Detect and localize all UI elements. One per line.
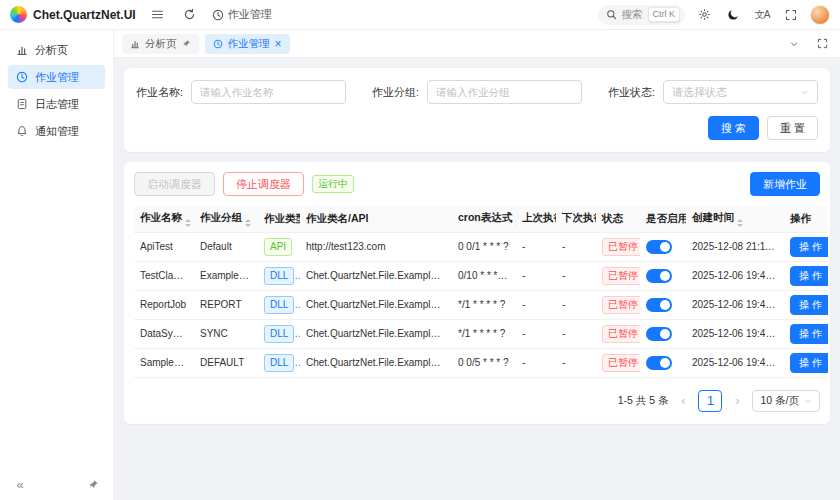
search-button[interactable]: 搜 索 bbox=[708, 116, 759, 140]
cell-class-api: Chet.QuartzNet.File.Example.Jobs.TestCla… bbox=[300, 261, 452, 290]
cell-job-group: DEFAULT bbox=[194, 348, 258, 377]
job-group-label: 作业分组: bbox=[372, 85, 419, 100]
clock-icon bbox=[213, 39, 223, 49]
chevron-down-icon bbox=[800, 88, 809, 97]
reset-button[interactable]: 重 置 bbox=[767, 116, 818, 140]
row-action-button[interactable]: 操 作 bbox=[790, 353, 828, 373]
global-search[interactable]: 搜索 Ctrl K bbox=[598, 5, 686, 25]
job-group-input[interactable] bbox=[427, 80, 582, 104]
refresh-icon[interactable] bbox=[180, 5, 200, 25]
cell-last-run: - bbox=[516, 290, 556, 319]
row-action-button[interactable]: 操 作 bbox=[790, 324, 828, 344]
col-header-status[interactable]: 状态 bbox=[596, 206, 640, 232]
col-header-job-name[interactable]: 作业名称 bbox=[134, 206, 194, 232]
cell-enabled bbox=[640, 290, 686, 319]
job-status-select[interactable]: 请选择状态 bbox=[663, 80, 818, 104]
chevron-down-icon[interactable] bbox=[784, 34, 804, 54]
job-type-tag: API bbox=[264, 238, 292, 256]
filter-job-name: 作业名称: bbox=[136, 80, 346, 104]
sidebar-item-notification-management[interactable]: 通知管理 bbox=[8, 119, 105, 143]
pin-sidebar-icon[interactable] bbox=[83, 474, 103, 494]
cell-created: 2025-12-06 19:45:03 bbox=[686, 348, 784, 377]
start-scheduler-button[interactable]: 启动调度器 bbox=[134, 172, 215, 196]
sidebar-item-analysis[interactable]: 分析页 bbox=[8, 38, 105, 62]
cell-status: 已暂停 bbox=[596, 290, 640, 319]
cell-job-type: DLL bbox=[258, 261, 300, 290]
cell-job-group: SYNC bbox=[194, 319, 258, 348]
table-toolbar: 启动调度器 停止调度器 运行中 新增作业 bbox=[134, 172, 820, 196]
col-header-class-api: 作业类名/API bbox=[300, 206, 452, 232]
cell-enabled bbox=[640, 261, 686, 290]
cell-job-type: DLL bbox=[258, 290, 300, 319]
cell-next-run: - bbox=[556, 232, 596, 261]
tab-job-management[interactable]: 作业管理 × bbox=[205, 34, 290, 54]
cell-job-type: DLL bbox=[258, 348, 300, 377]
enabled-toggle[interactable] bbox=[646, 298, 672, 312]
row-action-button[interactable]: 操 作 bbox=[790, 295, 828, 315]
user-avatar[interactable] bbox=[810, 5, 830, 25]
bar-chart-icon bbox=[16, 44, 28, 56]
cell-cron: 0/10 * * * * ? bbox=[452, 261, 516, 290]
next-page-button[interactable]: › bbox=[730, 390, 744, 412]
page-size-value: 10 条/页 bbox=[760, 394, 799, 408]
sidebar-item-job-management[interactable]: 作业管理 bbox=[8, 65, 105, 89]
job-status-label: 作业状态: bbox=[608, 85, 655, 100]
tab-analysis[interactable]: 分析页 bbox=[122, 34, 199, 54]
cell-created: 2025-12-06 19:45:03 bbox=[686, 290, 784, 319]
sidebar-item-log-management[interactable]: 日志管理 bbox=[8, 92, 105, 116]
table-row: ApiTest Default API http://test123.com 0… bbox=[134, 232, 828, 261]
close-icon[interactable]: × bbox=[275, 38, 282, 50]
chevron-down-icon bbox=[804, 397, 812, 405]
col-header-last-run[interactable]: 上次执行 bbox=[516, 206, 556, 232]
col-header-cron[interactable]: cron表达式 bbox=[452, 206, 516, 232]
page-size-select[interactable]: 10 条/页 bbox=[752, 390, 820, 412]
jobs-table-card: 启动调度器 停止调度器 运行中 新增作业 作业名称 作业分组 作业类型 bbox=[124, 162, 830, 424]
add-job-button[interactable]: 新增作业 bbox=[750, 172, 820, 196]
filter-job-status: 作业状态: 请选择状态 bbox=[608, 80, 818, 104]
col-header-action: 操作 bbox=[784, 206, 828, 232]
cell-action: 操 作 bbox=[784, 348, 828, 377]
collapse-sidebar-button[interactable]: « bbox=[10, 474, 30, 494]
col-header-label: 是否启用 bbox=[646, 212, 686, 224]
col-header-next-run[interactable]: 下次执行 bbox=[556, 206, 596, 232]
filter-job-group: 作业分组: bbox=[372, 80, 582, 104]
search-icon bbox=[606, 9, 617, 20]
hamburger-icon[interactable] bbox=[148, 5, 168, 25]
main-content: 作业名称: 作业分组: 作业状态: 请选择状态 bbox=[114, 58, 840, 500]
enabled-toggle[interactable] bbox=[646, 356, 672, 370]
sort-icon bbox=[515, 219, 516, 227]
app-title: Chet.QuartzNet.UI bbox=[33, 8, 136, 22]
cell-next-run: - bbox=[556, 348, 596, 377]
enabled-toggle[interactable] bbox=[646, 240, 672, 254]
tab-bar: 分析页 作业管理 × bbox=[114, 30, 840, 58]
cell-action: 操 作 bbox=[784, 319, 828, 348]
enabled-toggle[interactable] bbox=[646, 327, 672, 341]
top-bar: Chet.QuartzNet.UI 作业管理 搜索 Ctrl K bbox=[0, 0, 840, 30]
bar-chart-icon bbox=[130, 39, 140, 49]
col-header-job-type[interactable]: 作业类型 bbox=[258, 206, 300, 232]
col-header-created[interactable]: 创建时间 bbox=[686, 206, 784, 232]
row-action-button[interactable]: 操 作 bbox=[790, 237, 828, 257]
col-header-label: 创建时间 bbox=[692, 211, 734, 223]
sort-icon bbox=[737, 219, 743, 227]
jobs-table: 作业名称 作业分组 作业类型 作业类名/API cron表达式 上次执行 下次执… bbox=[134, 206, 828, 378]
cell-cron: */1 * * * * ? bbox=[452, 290, 516, 319]
col-header-job-group[interactable]: 作业分组 bbox=[194, 206, 258, 232]
breadcrumb: 作业管理 bbox=[212, 7, 272, 22]
expand-icon[interactable] bbox=[812, 34, 832, 54]
page-1-button[interactable]: 1 bbox=[698, 390, 722, 412]
row-action-button[interactable]: 操 作 bbox=[790, 266, 828, 286]
translate-icon[interactable]: 文A bbox=[752, 5, 772, 25]
cell-job-name: ReportJob bbox=[134, 290, 194, 319]
gear-icon[interactable] bbox=[694, 5, 714, 25]
fullscreen-icon[interactable] bbox=[781, 5, 801, 25]
cell-last-run: - bbox=[516, 348, 556, 377]
stop-scheduler-button[interactable]: 停止调度器 bbox=[223, 172, 304, 196]
table-row: DataSyncJob SYNC DLL Chet.QuartzNet.File… bbox=[134, 319, 828, 348]
job-name-input[interactable] bbox=[191, 80, 346, 104]
pin-icon[interactable] bbox=[182, 39, 191, 48]
dark-mode-moon-icon[interactable] bbox=[723, 5, 743, 25]
enabled-toggle[interactable] bbox=[646, 269, 672, 283]
prev-page-button[interactable]: ‹ bbox=[676, 390, 690, 412]
cell-created: 2025-12-06 19:45:03 bbox=[686, 261, 784, 290]
